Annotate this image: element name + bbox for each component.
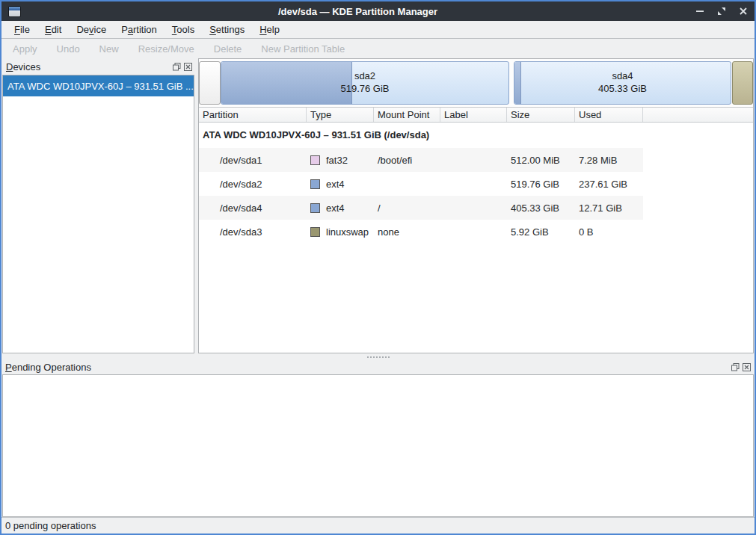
toolbar-new-partition-table-button[interactable]: New Partition Table bbox=[254, 42, 351, 56]
devices-panel-title: Devices bbox=[6, 61, 172, 72]
partition-segment-sda3[interactable] bbox=[732, 61, 753, 105]
menubar: FileEditDevicePartitionToolsSettingsHelp bbox=[1, 21, 755, 39]
menu-tools[interactable]: Tools bbox=[165, 22, 202, 37]
pending-close-icon[interactable] bbox=[742, 363, 751, 372]
filesystem-color-swatch bbox=[310, 155, 320, 165]
partition-cell: /dev/sda4 bbox=[199, 202, 307, 214]
devices-panel: Devices ATA WDC WD10JPVX-60J – 931.51 Gi… bbox=[1, 58, 196, 353]
main-area: Devices ATA WDC WD10JPVX-60J – 931.51 Gi… bbox=[1, 58, 755, 353]
segment-label: sda4405.33 GiB bbox=[598, 70, 647, 96]
partition-segment-sda1[interactable] bbox=[199, 61, 221, 105]
size-cell: 405.33 GiB bbox=[507, 202, 575, 214]
filesystem-color-swatch bbox=[310, 227, 320, 237]
toolbar-apply-button[interactable]: Apply bbox=[6, 42, 44, 56]
type-cell: ext4 bbox=[307, 202, 374, 214]
type-cell: fat32 bbox=[307, 155, 374, 166]
devices-float-icon[interactable] bbox=[172, 62, 181, 71]
status-text: 0 pending operations bbox=[5, 520, 96, 531]
splitter-handle-icon bbox=[367, 356, 390, 358]
column-header-used[interactable]: Used bbox=[575, 108, 643, 122]
pending-operations-title: Pending Operations bbox=[5, 362, 731, 373]
partition-row-sda3[interactable]: /dev/sda3linuxswapnone5.92 GiB0 B bbox=[199, 220, 643, 244]
pending-operations-panel: Pending Operations bbox=[1, 360, 755, 517]
partition-table: PartitionTypeMount PointLabelSizeUsed AT… bbox=[199, 107, 753, 353]
partition-bar: sda2519.76 GiBsda4405.33 GiB bbox=[199, 59, 753, 107]
maximize-button[interactable] bbox=[716, 7, 726, 16]
device-group-header[interactable]: ATA WDC WD10JPVX-60J – 931.51 GiB (/dev/… bbox=[199, 123, 753, 148]
size-cell: 5.92 GiB bbox=[507, 226, 575, 238]
app-window: /dev/sda — KDE Partition Manager FileEdi… bbox=[0, 0, 756, 535]
mount-point-cell: /boot/efi bbox=[374, 155, 440, 166]
partition-cell: /dev/sda1 bbox=[199, 155, 307, 166]
filesystem-color-swatch bbox=[310, 203, 320, 213]
size-cell: 519.76 GiB bbox=[507, 179, 575, 190]
used-cell: 7.28 MiB bbox=[575, 155, 643, 166]
devices-panel-titlebar: Devices bbox=[1, 58, 196, 75]
used-cell: 237.61 GiB bbox=[575, 179, 643, 190]
column-header-label[interactable]: Label bbox=[440, 108, 507, 122]
menu-file[interactable]: File bbox=[7, 22, 37, 37]
partition-cell: /dev/sda2 bbox=[199, 179, 307, 190]
toolbar-delete-button[interactable]: Delete bbox=[207, 42, 249, 56]
pending-operations-titlebar: Pending Operations bbox=[1, 360, 755, 374]
menu-partition[interactable]: Partition bbox=[114, 22, 165, 37]
table-body: /dev/sda1fat32/boot/efi512.00 MiB7.28 Mi… bbox=[199, 148, 753, 244]
partition-row-sda2[interactable]: /dev/sda2ext4519.76 GiB237.61 GiB bbox=[199, 172, 643, 196]
size-cell: 512.00 MiB bbox=[507, 155, 575, 166]
menu-edit[interactable]: Edit bbox=[37, 22, 69, 37]
column-header-type[interactable]: Type bbox=[307, 108, 374, 122]
column-header-mount-point[interactable]: Mount Point bbox=[374, 108, 440, 122]
mount-point-cell: none bbox=[374, 226, 440, 238]
used-space-fill bbox=[514, 62, 521, 104]
pending-float-icon[interactable] bbox=[731, 363, 740, 372]
partition-segment-sda4[interactable]: sda4405.33 GiB bbox=[514, 61, 731, 105]
used-cell: 12.71 GiB bbox=[575, 202, 643, 214]
devices-list: ATA WDC WD10JPVX-60J – 931.51 GiB ... bbox=[2, 75, 194, 353]
pending-operations-content bbox=[2, 374, 754, 517]
type-cell: ext4 bbox=[307, 179, 374, 190]
app-menu-icon[interactable] bbox=[8, 6, 21, 17]
minimize-button[interactable] bbox=[695, 7, 704, 16]
toolbar-undo-button[interactable]: Undo bbox=[50, 42, 87, 56]
titlebar: /dev/sda — KDE Partition Manager bbox=[1, 1, 755, 21]
window-controls bbox=[695, 7, 748, 16]
status-bar: 0 pending operations bbox=[1, 517, 755, 534]
mount-point-cell: / bbox=[374, 202, 440, 214]
column-header-filler bbox=[643, 108, 753, 122]
column-header-size[interactable]: Size bbox=[507, 108, 575, 122]
partition-cell: /dev/sda3 bbox=[199, 226, 307, 238]
column-header-partition[interactable]: Partition bbox=[199, 108, 307, 122]
window-title: /dev/sda — KDE Partition Manager bbox=[21, 6, 695, 17]
used-space-fill bbox=[221, 62, 352, 104]
used-cell: 0 B bbox=[575, 226, 643, 238]
menu-help[interactable]: Help bbox=[252, 22, 287, 37]
table-header: PartitionTypeMount PointLabelSizeUsed bbox=[199, 108, 753, 123]
segment-label: sda2519.76 GiB bbox=[340, 70, 389, 96]
toolbar: ApplyUndoNewResize/MoveDeleteNew Partiti… bbox=[1, 39, 755, 58]
type-cell: linuxswap bbox=[307, 226, 374, 238]
horizontal-splitter[interactable] bbox=[1, 353, 755, 360]
devices-close-icon[interactable] bbox=[183, 62, 192, 71]
menu-settings[interactable]: Settings bbox=[202, 22, 252, 37]
partition-segment-sda2[interactable]: sda2519.76 GiB bbox=[221, 61, 509, 105]
menu-device[interactable]: Device bbox=[69, 22, 114, 37]
partition-row-sda1[interactable]: /dev/sda1fat32/boot/efi512.00 MiB7.28 Mi… bbox=[199, 148, 643, 172]
filesystem-color-swatch bbox=[310, 179, 320, 189]
close-icon[interactable] bbox=[738, 7, 748, 16]
device-list-item[interactable]: ATA WDC WD10JPVX-60J – 931.51 GiB ... bbox=[3, 75, 194, 96]
toolbar-new-button[interactable]: New bbox=[93, 42, 126, 56]
partition-view: sda2519.76 GiBsda4405.33 GiB PartitionTy… bbox=[198, 58, 754, 353]
partition-row-sda4[interactable]: /dev/sda4ext4/405.33 GiB12.71 GiB bbox=[199, 196, 643, 220]
toolbar-resize-move-button[interactable]: Resize/Move bbox=[132, 42, 201, 56]
